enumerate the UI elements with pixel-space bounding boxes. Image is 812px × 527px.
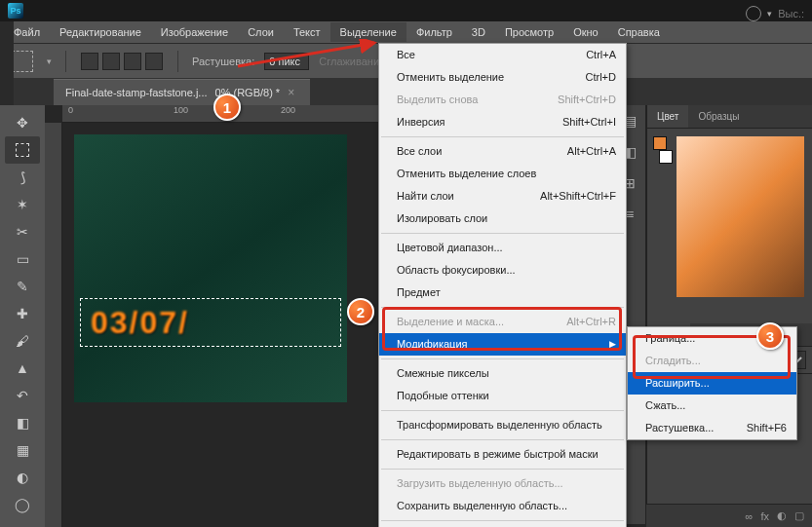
- tick: 0: [68, 105, 73, 115]
- hue-cube[interactable]: [677, 136, 804, 297]
- annotation-marker-2: 2: [347, 298, 374, 325]
- layers-footer: ∞ fx ◐ ▢: [646, 504, 812, 527]
- feather-input[interactable]: 0 пикс: [264, 53, 309, 70]
- eraser-tool[interactable]: ◧: [5, 409, 40, 436]
- menu-filter[interactable]: Фильтр: [406, 22, 462, 42]
- document-tab[interactable]: Final-date-stamp-faststone.j... 0% (RGB/…: [54, 79, 310, 105]
- tick: 200: [281, 105, 295, 115]
- submenu-item[interactable]: Сгладить...: [628, 350, 796, 372]
- eyedropper-tool[interactable]: ✎: [5, 273, 40, 300]
- tool-preset-chevron-icon[interactable]: ▾: [47, 56, 52, 66]
- menu-text[interactable]: Текст: [284, 22, 330, 42]
- antialias-label: Сглаживание: [319, 56, 385, 67]
- color-panel-tabs: Цвет Образцы: [647, 105, 812, 129]
- menu-3d[interactable]: 3D: [462, 22, 495, 42]
- tab-color[interactable]: Цвет: [647, 105, 688, 128]
- menubar: Файл Редактирование Изображение Слои Тек…: [0, 21, 812, 43]
- stamp-tool[interactable]: ▲: [5, 355, 40, 382]
- blur-tool[interactable]: ◐: [5, 464, 40, 491]
- fg-bg-swatch[interactable]: [653, 136, 673, 164]
- submenu-item[interactable]: Сжать...: [628, 395, 796, 417]
- menu-item[interactable]: Цветовой диапазон...: [379, 237, 626, 259]
- titlebar: Ps: [0, 0, 812, 21]
- menu-item[interactable]: Область фокусировки...: [379, 259, 626, 282]
- menu-item[interactable]: Изолировать слои: [379, 207, 626, 230]
- submenu-item[interactable]: Расширить...: [628, 372, 796, 395]
- brush-tool[interactable]: 🖌: [5, 327, 40, 355]
- menu-item[interactable]: Выделение и маска...Alt+Ctrl+R: [379, 311, 626, 333]
- chevron-icon[interactable]: ▾: [767, 9, 772, 19]
- menu-item[interactable]: Смежные пикселы: [379, 362, 626, 385]
- menu-item[interactable]: Модификация▶: [379, 333, 626, 356]
- mode-intersect[interactable]: [145, 53, 163, 70]
- submenu-item[interactable]: Растушевка...Shift+F6: [628, 417, 796, 439]
- menu-separator: [381, 233, 624, 234]
- menu-item[interactable]: Редактировать в режиме быстрой маски: [379, 443, 626, 466]
- menu-window[interactable]: Окно: [563, 22, 608, 42]
- mode-add[interactable]: [102, 53, 120, 70]
- menu-separator: [381, 136, 624, 137]
- document-canvas[interactable]: 03/07/: [74, 134, 347, 402]
- dodge-tool[interactable]: ◯: [5, 491, 40, 518]
- date-stamp-text: 03/07/: [91, 305, 189, 341]
- menu-item[interactable]: Выделить сноваShift+Ctrl+D: [379, 89, 626, 111]
- menu-separator: [381, 469, 624, 470]
- menu-item[interactable]: Отменить выделение слоев: [379, 163, 626, 185]
- lasso-tool[interactable]: ⟆: [5, 164, 40, 191]
- crop-tool[interactable]: ✂: [5, 218, 40, 245]
- menu-separator: [381, 358, 624, 359]
- menu-view[interactable]: Просмотр: [495, 22, 563, 42]
- bg-color[interactable]: [659, 150, 673, 164]
- folder-icon[interactable]: ▢: [794, 509, 804, 522]
- menu-item[interactable]: ВсеCtrl+A: [379, 44, 626, 66]
- menu-item[interactable]: Отменить выделениеCtrl+D: [379, 66, 626, 89]
- menu-item[interactable]: Подобные оттенки: [379, 385, 626, 407]
- tick: 100: [174, 105, 188, 115]
- menu-item[interactable]: Сохранить выделенную область...: [379, 495, 626, 517]
- mode-new[interactable]: [81, 53, 98, 70]
- heal-tool[interactable]: ✚: [5, 300, 40, 327]
- brush-options: ▾ Выс.:: [746, 6, 804, 21]
- fg-color[interactable]: [653, 136, 667, 150]
- menu-layers[interactable]: Слои: [238, 22, 284, 42]
- feather-label: Растушевка:: [192, 56, 254, 67]
- link-icon[interactable]: ∞: [746, 510, 754, 522]
- gradient-tool[interactable]: ▦: [5, 436, 40, 464]
- frame-tool[interactable]: ▭: [5, 245, 40, 273]
- menu-select[interactable]: Выделение: [330, 22, 406, 42]
- move-tool[interactable]: ✥: [5, 109, 40, 136]
- menu-separator: [381, 410, 624, 411]
- tab-swatches[interactable]: Образцы: [688, 105, 749, 128]
- doc-name: Final-date-stamp-faststone.j...: [65, 87, 208, 98]
- ruler-vertical: [45, 123, 62, 527]
- tool-indicator-icon[interactable]: [12, 51, 33, 72]
- menu-separator: [381, 439, 624, 440]
- close-icon[interactable]: ×: [288, 86, 294, 99]
- menu-item[interactable]: Загрузить выделенную область...: [379, 472, 626, 495]
- separator: [65, 51, 66, 72]
- separator: [177, 51, 178, 72]
- history-tool[interactable]: ↶: [5, 382, 40, 409]
- brush-preview-icon[interactable]: [746, 6, 761, 21]
- mode-subtract[interactable]: [124, 53, 141, 70]
- menu-item[interactable]: Все слоиAlt+Ctrl+A: [379, 140, 626, 163]
- height-label: Выс.:: [778, 8, 804, 19]
- wand-tool[interactable]: ✶: [5, 191, 40, 218]
- tools-panel: ✥ ⟆ ✶ ✂ ▭ ✎ ✚ 🖌 ▲ ↶ ◧ ▦ ◐ ◯: [0, 105, 45, 527]
- fx-icon[interactable]: fx: [760, 510, 769, 522]
- marquee-tool[interactable]: [5, 136, 40, 164]
- selection-mode-group: [80, 52, 164, 71]
- menu-item[interactable]: Трансформировать выделенную область: [379, 414, 626, 436]
- menu-edit[interactable]: Редактирование: [50, 22, 151, 42]
- menu-help[interactable]: Справка: [608, 22, 670, 42]
- mask-icon[interactable]: ◐: [777, 509, 787, 522]
- menu-image[interactable]: Изображение: [151, 22, 238, 42]
- menu-item[interactable]: Найти слоиAlt+Shift+Ctrl+F: [379, 185, 626, 207]
- menu-item[interactable]: ИнверсияShift+Ctrl+I: [379, 111, 626, 133]
- select-menu-dropdown: ВсеCtrl+AОтменить выделениеCtrl+DВыделит…: [378, 43, 627, 527]
- annotation-marker-3: 3: [756, 322, 784, 350]
- menu-item[interactable]: Предмет: [379, 282, 626, 304]
- menu-separator: [381, 307, 624, 308]
- selection-marquee: 03/07/: [80, 298, 341, 347]
- menu-separator: [381, 520, 624, 521]
